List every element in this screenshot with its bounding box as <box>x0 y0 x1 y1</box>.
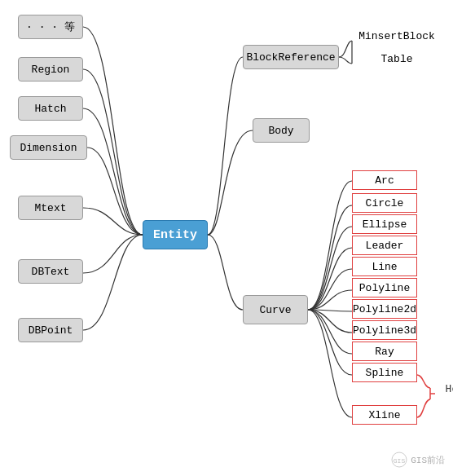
mtext-label: Mtext <box>34 202 66 214</box>
spline-node: Spline <box>352 363 417 382</box>
polyline-label: Polyline <box>359 282 410 294</box>
minsertblock-label: MinsertBlock <box>358 30 435 42</box>
ray-node: Ray <box>352 342 417 361</box>
spline-label: Spline <box>366 367 404 379</box>
dbtext-label: DBText <box>32 266 70 278</box>
dbtext-node: DBText <box>18 259 83 284</box>
entity-node: Entity <box>143 220 208 249</box>
circle-node: Circle <box>352 193 417 213</box>
xline-label: Xline <box>368 409 400 421</box>
line-node: Line <box>352 257 417 276</box>
polyline2d-node: Polyline2d <box>352 299 417 319</box>
ellipse-label: Ellipse <box>363 218 407 231</box>
dimension-node: Dimension <box>10 135 87 160</box>
hatch-label: Hatch <box>34 103 66 115</box>
watermark-label: GIS前沿 <box>411 454 445 466</box>
heline-label: Heline <box>446 383 453 395</box>
table-label: Table <box>380 53 412 65</box>
dbpoint-label: DBPoint <box>29 324 73 337</box>
hatch-node: Hatch <box>18 96 83 121</box>
mtext-node: Mtext <box>18 196 83 220</box>
circle-label: Circle <box>366 197 404 209</box>
table-node: Table <box>352 49 442 68</box>
curve-label: Curve <box>259 304 291 316</box>
minsertblock-node: MinsertBlock <box>352 26 442 46</box>
arc-label: Arc <box>375 174 394 187</box>
dimension-label: Dimension <box>20 142 77 154</box>
body-node: Body <box>253 118 310 143</box>
polyline2d-label: Polyline2d <box>353 303 416 315</box>
dots-label: · · · 等 <box>26 20 75 34</box>
heline-node: Heline <box>440 379 453 399</box>
polyline3d-node: Polyline3d <box>352 320 417 340</box>
body-label: Body <box>268 125 293 137</box>
dots-node: · · · 等 <box>18 15 83 39</box>
blockreference-label: BlockReference <box>246 51 335 64</box>
curve-node: Curve <box>243 295 308 324</box>
polyline3d-label: Polyline3d <box>353 324 416 337</box>
svg-text:GIS: GIS <box>394 457 406 465</box>
ray-label: Ray <box>375 346 394 358</box>
watermark-icon: GIS <box>391 452 407 468</box>
region-label: Region <box>32 64 70 76</box>
entity-label: Entity <box>153 228 197 242</box>
watermark: GIS GIS前沿 <box>391 452 445 468</box>
xline-node: Xline <box>352 405 417 425</box>
blockreference-node: BlockReference <box>243 45 339 69</box>
leader-label: Leader <box>366 240 404 252</box>
leader-node: Leader <box>352 236 417 255</box>
dbpoint-node: DBPoint <box>18 318 83 342</box>
line-label: Line <box>372 261 397 273</box>
polyline-node: Polyline <box>352 278 417 298</box>
ellipse-node: Ellipse <box>352 214 417 234</box>
arc-node: Arc <box>352 170 417 190</box>
region-node: Region <box>18 57 83 82</box>
